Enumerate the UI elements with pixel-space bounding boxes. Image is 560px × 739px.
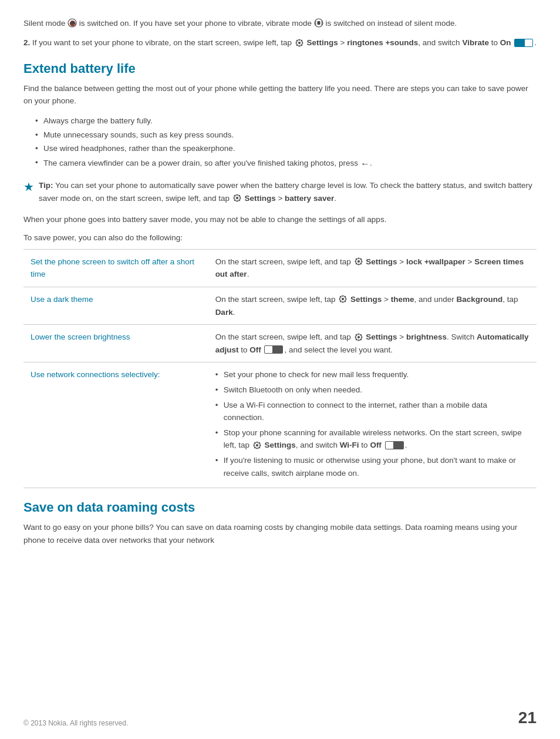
page-footer: © 2013 Nokia. All rights reserved. 21 bbox=[23, 708, 537, 727]
tip-box: ★ Tip: You can set your phone to automat… bbox=[23, 179, 537, 204]
battery-section-desc: Find the balance between getting the mos… bbox=[23, 82, 537, 108]
table-row-4: Use network connections selectively: Set… bbox=[23, 362, 537, 488]
battery-section: Extend battery life Find the balance bet… bbox=[23, 61, 537, 244]
background-label: Background bbox=[456, 295, 502, 304]
step-number: 2. bbox=[23, 38, 30, 47]
network-bullet-list: Set your phone to check for new mail les… bbox=[215, 368, 529, 479]
settings-label-1: Settings bbox=[307, 38, 338, 47]
bullet-3: Use wired headphones, rather than the sp… bbox=[35, 142, 537, 155]
svg-point-46 bbox=[357, 336, 360, 338]
table-row-2: Use a dark theme On the start screen, sw… bbox=[23, 287, 537, 324]
svg-point-56 bbox=[256, 444, 258, 446]
battery-bullet-list: Always charge the battery fully. Mute un… bbox=[23, 115, 537, 171]
toggle-off-indicator-1 bbox=[264, 345, 283, 354]
settings-label-5: Settings bbox=[366, 332, 397, 341]
tip-battery-saver: battery saver bbox=[285, 194, 334, 203]
network-bullet-5: If you're listening to music or otherwis… bbox=[215, 454, 529, 479]
save-power-text: To save power, you can also do the follo… bbox=[23, 231, 537, 244]
svg-rect-2 bbox=[72, 24, 73, 25]
bullet-1: Always charge the battery fully. bbox=[35, 115, 537, 127]
bullet-2: Mute unnecessary sounds, such as key pre… bbox=[35, 129, 537, 142]
svg-point-36 bbox=[342, 298, 344, 300]
svg-point-6 bbox=[298, 42, 301, 44]
intro-section: Silent mode 🔕 is switched on. If you hav… bbox=[23, 18, 537, 49]
settings-label-4: Settings bbox=[350, 295, 382, 304]
table-cell-instruction-2: On the start screen, swipe left, tap bbox=[208, 287, 537, 324]
copyright-text: © 2013 Nokia. All rights reserved. bbox=[23, 719, 128, 727]
toggle-off-indicator-2 bbox=[385, 441, 404, 449]
roaming-section: Save on data roaming costs Want to go ea… bbox=[23, 500, 537, 546]
on-label: On bbox=[500, 38, 511, 47]
settings-icon-5 bbox=[354, 332, 363, 342]
wifi-label: Wi-Fi bbox=[340, 441, 359, 449]
brightness-label: brightness bbox=[406, 332, 447, 341]
silent-mode-icon: 🔕 bbox=[68, 18, 77, 28]
battery-mode-text: When your phone goes into battery saver … bbox=[23, 213, 537, 226]
table-row-3: Lower the screen brightness On the start… bbox=[23, 325, 537, 362]
settings-icon-4 bbox=[338, 294, 348, 304]
settings-label-6: Settings bbox=[264, 441, 295, 449]
intro-paragraph2: 2. If you want to set your phone to vibr… bbox=[23, 36, 537, 49]
bullet-4: The camera viewfinder can be a power dra… bbox=[35, 156, 537, 172]
vibrate-label: Vibrate bbox=[462, 38, 489, 47]
table-cell-instruction-1: On the start screen, swipe left, and tap bbox=[208, 249, 537, 287]
theme-label: theme bbox=[391, 295, 414, 304]
table-cell-instruction-3: On the start screen, swipe left, and tap bbox=[208, 325, 537, 362]
table-cell-action-1: Set the phone screen to switch off after… bbox=[23, 249, 208, 287]
tip-label: Tip: bbox=[39, 181, 53, 190]
table-cell-instruction-4: Set your phone to check for new mail les… bbox=[208, 362, 537, 488]
svg-point-16 bbox=[236, 197, 238, 199]
toggle-on-indicator bbox=[514, 39, 533, 47]
ringtones-label: ringtones +sounds bbox=[347, 38, 418, 47]
table-row-1: Set the phone screen to switch off after… bbox=[23, 249, 537, 287]
roaming-section-title: Save on data roaming costs bbox=[23, 500, 537, 515]
roaming-section-desc: Want to go easy on your phone bills? You… bbox=[23, 521, 537, 546]
dark-label: Dark bbox=[215, 308, 233, 317]
intro-paragraph1: Silent mode 🔕 is switched on. If you hav… bbox=[23, 18, 537, 29]
battery-section-title: Extend battery life bbox=[23, 61, 537, 76]
back-arrow-icon: ← bbox=[360, 156, 370, 172]
settings-label-3: Settings bbox=[366, 257, 397, 266]
table-cell-action-2: Use a dark theme bbox=[23, 287, 208, 324]
page-number: 21 bbox=[518, 708, 537, 727]
tip-text: Tip: You can set your phone to automatic… bbox=[39, 179, 537, 204]
table-cell-action-3: Lower the screen brightness bbox=[23, 325, 208, 362]
vibrate-mode-icon bbox=[314, 18, 323, 28]
tip-settings-label: Settings bbox=[244, 194, 275, 203]
network-bullet-3: Use a Wi-Fi connection to connect to the… bbox=[215, 399, 529, 424]
svg-rect-4 bbox=[317, 21, 320, 25]
off-label-1: Off bbox=[249, 345, 261, 354]
network-bullet-2: Switch Bluetooth on only when needed. bbox=[215, 384, 529, 397]
settings-icon-3 bbox=[354, 257, 363, 266]
tip-star-icon: ★ bbox=[23, 180, 34, 194]
settings-icon-6 bbox=[252, 441, 262, 450]
network-bullet-4: Stop your phone scanning for available w… bbox=[215, 426, 529, 452]
settings-icon-1 bbox=[295, 38, 304, 48]
off-label-2: Off bbox=[370, 441, 382, 449]
power-table: Set the phone screen to switch off after… bbox=[23, 249, 537, 488]
settings-icon-2 bbox=[232, 193, 242, 203]
lock-wallpaper-label: lock +wallpaper bbox=[406, 257, 465, 266]
table-cell-action-4: Use network connections selectively: bbox=[23, 362, 208, 488]
network-bullet-1: Set your phone to check for new mail les… bbox=[215, 368, 529, 381]
svg-point-26 bbox=[357, 260, 360, 263]
